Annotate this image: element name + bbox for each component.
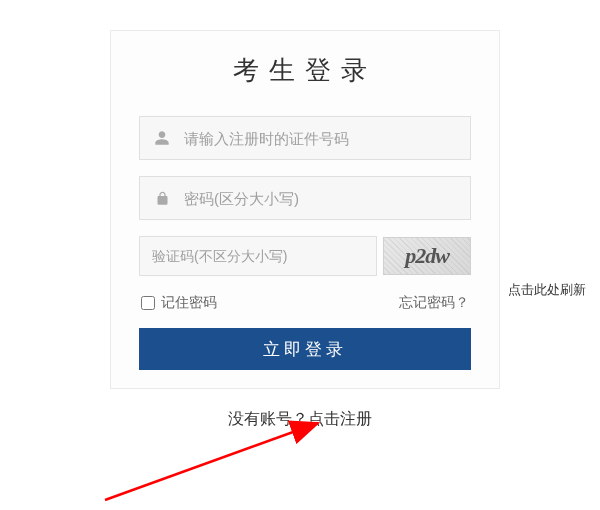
options-row: 记住密码 忘记密码？ xyxy=(139,294,471,312)
svg-line-1 xyxy=(105,423,318,500)
register-prefix: 没有账号？ xyxy=(228,410,308,427)
username-group xyxy=(139,116,471,160)
register-link[interactable]: 点击注册 xyxy=(308,410,372,427)
lock-icon xyxy=(140,191,184,206)
remember-label: 记住密码 xyxy=(161,294,217,312)
captcha-row: p2dw xyxy=(139,236,471,276)
remember-label-wrap[interactable]: 记住密码 xyxy=(141,294,217,312)
register-row: 没有账号？点击注册 xyxy=(0,409,600,430)
captcha-input[interactable] xyxy=(140,237,376,275)
login-card: 考生登录 p2dw 记住密码 忘记密码？ 立即登录 xyxy=(110,30,500,389)
page-title: 考生登录 xyxy=(139,53,471,88)
password-group xyxy=(139,176,471,220)
password-input[interactable] xyxy=(184,177,470,219)
captcha-image[interactable]: p2dw xyxy=(383,237,471,275)
remember-checkbox[interactable] xyxy=(141,296,155,310)
username-input[interactable] xyxy=(184,117,470,159)
captcha-input-wrap xyxy=(139,236,377,276)
forgot-password-link[interactable]: 忘记密码？ xyxy=(399,294,469,312)
user-icon xyxy=(140,130,184,146)
login-button[interactable]: 立即登录 xyxy=(139,328,471,370)
captcha-refresh-link[interactable]: 点击此处刷新 xyxy=(508,281,586,299)
